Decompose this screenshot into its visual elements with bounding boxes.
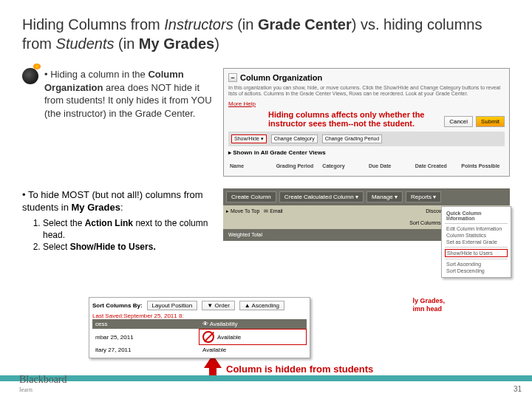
page-number: 31 [514,385,522,393]
showhide-button: Show/Hide ▾ [231,134,267,143]
column-menu: Quick Column Information Edit Column Inf… [441,206,511,278]
bullet-2: • To hide MOST (but not all!) columns fr… [22,188,214,253]
more-help-link: More Help [228,100,505,107]
cancel-button: Cancel [444,116,473,127]
annotation-instructor: Hiding columns affects only whether thei… [268,110,424,128]
no-entry-icon [202,331,214,343]
slide-title: Hiding Columns from Instructors (in Grad… [22,15,510,53]
sort-popup-overlay: Sort Columns By: Layout Position ▼ Order… [89,297,310,358]
showhide-users-item: Show/Hide to Users [445,249,508,257]
bomb-icon [22,68,38,84]
submit-button: Submit [476,116,505,127]
hidden-caption: Column is hidden from students [226,364,373,375]
create-column-button: Create Column [226,191,276,202]
bullet-1: • Hiding a column in the Column Organiza… [22,68,214,120]
collapse-icon: – [228,73,237,82]
grade-center-screenshot: Create Column Create Calculated Column ▾… [223,188,510,253]
column-org-screenshot: –Column Organization In this organizatio… [223,68,510,177]
footer-bar [0,375,532,381]
mygrades-annotation: ly Grades,imn head [412,297,445,313]
blackboard-logo: Blackboardlearn [19,374,67,393]
